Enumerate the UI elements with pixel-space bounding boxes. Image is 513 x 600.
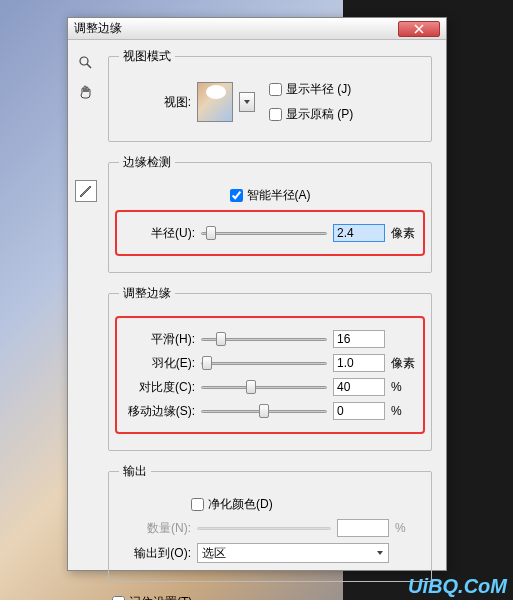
- output-to-select[interactable]: 选区: [197, 543, 389, 563]
- show-original-label: 显示原稿 (P): [286, 106, 353, 123]
- show-radius-input[interactable]: [269, 83, 282, 96]
- smart-radius-checkbox[interactable]: 智能半径(A): [230, 187, 311, 204]
- output-legend: 输出: [119, 463, 151, 480]
- output-to-label: 输出到(O):: [119, 545, 191, 562]
- chevron-down-icon: [376, 549, 384, 557]
- feather-input[interactable]: [333, 354, 385, 372]
- close-icon: [414, 24, 424, 34]
- amount-unit: %: [395, 521, 421, 535]
- feather-unit: 像素: [391, 355, 417, 372]
- svg-line-1: [87, 64, 91, 68]
- amount-label: 数量(N):: [119, 520, 191, 537]
- svg-point-0: [80, 57, 88, 65]
- feather-slider[interactable]: [201, 354, 327, 372]
- view-mode-group: 视图模式 视图: 显示半径 (J) 显示原稿 (P): [108, 48, 432, 142]
- decontaminate-input[interactable]: [191, 498, 204, 511]
- view-label: 视图:: [119, 94, 191, 111]
- view-thumbnail[interactable]: [197, 82, 233, 122]
- amount-input: [337, 519, 389, 537]
- refine-edge-dialog: 调整边缘 视图模式 视图:: [67, 17, 447, 571]
- remember-label: 记住设置(T): [129, 594, 192, 600]
- adjust-edge-legend: 调整边缘: [119, 285, 175, 302]
- chevron-down-icon: [243, 98, 251, 106]
- shift-slider[interactable]: [201, 402, 327, 420]
- decontaminate-checkbox[interactable]: 净化颜色(D): [191, 496, 273, 513]
- output-to-value: 选区: [202, 545, 226, 562]
- smart-radius-input[interactable]: [230, 189, 243, 202]
- radius-input[interactable]: [333, 224, 385, 242]
- contrast-unit: %: [391, 380, 417, 394]
- shift-input[interactable]: [333, 402, 385, 420]
- view-dropdown-button[interactable]: [239, 92, 255, 112]
- view-mode-legend: 视图模式: [119, 48, 175, 65]
- show-original-checkbox[interactable]: 显示原稿 (P): [269, 106, 353, 123]
- shift-unit: %: [391, 404, 417, 418]
- edge-detection-legend: 边缘检测: [119, 154, 175, 171]
- edge-detection-group: 边缘检测 智能半径(A) 半径(U): 像素: [108, 154, 432, 273]
- show-original-input[interactable]: [269, 108, 282, 121]
- adjust-highlight-box: 平滑(H): 羽化(E): 像素 对比度(C):: [115, 316, 425, 434]
- radius-unit: 像素: [391, 225, 417, 242]
- contrast-input[interactable]: [333, 378, 385, 396]
- radius-slider[interactable]: [201, 224, 327, 242]
- feather-label: 羽化(E):: [123, 355, 195, 372]
- contrast-slider[interactable]: [201, 378, 327, 396]
- brush-tool-icon[interactable]: [75, 180, 97, 202]
- adjust-edge-group: 调整边缘 平滑(H): 羽化(E): 像素 对: [108, 285, 432, 451]
- radius-label: 半径(U):: [123, 225, 195, 242]
- output-group: 输出 净化颜色(D) 数量(N): % 输出到(O): 选区: [108, 463, 432, 582]
- zoom-tool-icon[interactable]: [75, 52, 97, 74]
- show-radius-label: 显示半径 (J): [286, 81, 351, 98]
- radius-highlight-box: 半径(U): 像素: [115, 210, 425, 256]
- smooth-input[interactable]: [333, 330, 385, 348]
- smooth-label: 平滑(H):: [123, 331, 195, 348]
- contrast-label: 对比度(C):: [123, 379, 195, 396]
- titlebar[interactable]: 调整边缘: [68, 18, 446, 40]
- remember-input[interactable]: [112, 596, 125, 600]
- smart-radius-label: 智能半径(A): [247, 187, 311, 204]
- shift-label: 移动边缘(S):: [123, 403, 195, 420]
- hand-tool-icon[interactable]: [75, 82, 97, 104]
- remember-checkbox[interactable]: 记住设置(T): [112, 594, 192, 600]
- watermark: UiBQ.CoM: [408, 575, 507, 598]
- show-radius-checkbox[interactable]: 显示半径 (J): [269, 81, 353, 98]
- amount-slider: [197, 519, 331, 537]
- smooth-slider[interactable]: [201, 330, 327, 348]
- dialog-title: 调整边缘: [74, 20, 398, 37]
- tool-column: [68, 40, 104, 570]
- close-button[interactable]: [398, 21, 440, 37]
- decontaminate-label: 净化颜色(D): [208, 496, 273, 513]
